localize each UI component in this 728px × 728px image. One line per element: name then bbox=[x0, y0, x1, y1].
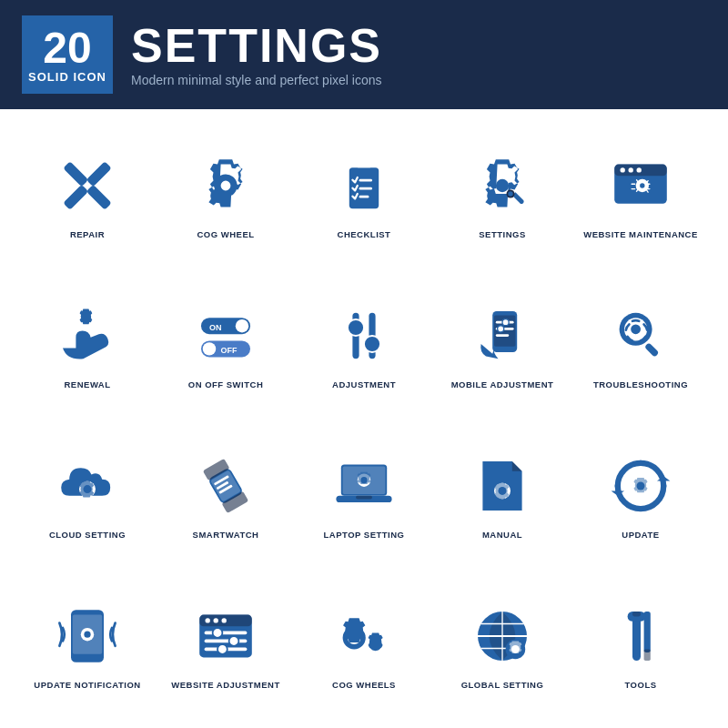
icon-cell-checklist: CHECKLIST bbox=[295, 118, 433, 268]
repair-icon bbox=[51, 149, 124, 222]
svg-point-39 bbox=[631, 324, 641, 334]
header-title: SETTINGS bbox=[131, 22, 382, 69]
cog-wheel-label: COG WHEEL bbox=[197, 229, 254, 239]
svg-rect-53 bbox=[356, 496, 372, 500]
update-notification-label: UPDATE NOTIFICATION bbox=[34, 680, 140, 690]
badge-number: 20 bbox=[43, 26, 91, 70]
mobile-adjustment-label: MOBILE ADJUSTMENT bbox=[451, 379, 554, 389]
adjustment-label: ADJUSTMENT bbox=[332, 379, 396, 389]
svg-rect-7 bbox=[359, 179, 372, 182]
svg-rect-9 bbox=[359, 196, 369, 198]
svg-rect-1 bbox=[86, 185, 112, 210]
svg-rect-8 bbox=[359, 187, 372, 190]
svg-point-75 bbox=[229, 636, 239, 646]
svg-rect-3 bbox=[63, 185, 88, 210]
svg-point-69 bbox=[214, 618, 218, 622]
icon-cell-website-adjustment: WEBSITE ADJUSTMENT bbox=[157, 569, 295, 719]
global-setting-icon bbox=[466, 600, 539, 672]
website-adjustment-label: WEBSITE ADJUSTMENT bbox=[171, 680, 279, 690]
icon-cell-cog-wheels: COG WHEELS bbox=[295, 569, 433, 719]
badge-subtitle: SOLID ICON bbox=[28, 70, 106, 84]
svg-point-70 bbox=[222, 618, 227, 622]
svg-point-15 bbox=[621, 167, 625, 172]
svg-point-16 bbox=[629, 167, 633, 172]
icon-cell-troubleshooting: TROUBLESHOOTING bbox=[571, 268, 710, 419]
laptop-setting-label: LAPTOP SETTING bbox=[324, 530, 405, 540]
svg-point-35 bbox=[502, 319, 509, 326]
icon-cell-smartwatch: SMARTWATCH bbox=[157, 419, 295, 569]
update-notification-icon bbox=[51, 600, 124, 672]
svg-point-36 bbox=[498, 326, 504, 332]
smartwatch-label: SMARTWATCH bbox=[193, 530, 259, 540]
icon-cell-update: UPDATE bbox=[571, 419, 710, 569]
svg-rect-72 bbox=[205, 640, 248, 643]
svg-point-12 bbox=[508, 191, 512, 196]
header-text: SETTINGS Modern minimal style and perfec… bbox=[131, 22, 382, 87]
manual-icon bbox=[466, 450, 539, 522]
checklist-label: CHECKLIST bbox=[338, 229, 391, 239]
cog-wheels-icon bbox=[328, 600, 400, 672]
svg-text:ON: ON bbox=[209, 323, 222, 332]
svg-rect-34 bbox=[496, 334, 509, 337]
svg-point-17 bbox=[637, 167, 642, 172]
icon-cell-manual: MANUAL bbox=[433, 419, 571, 569]
icon-cell-laptop-setting: LAPTOP SETTING bbox=[295, 419, 433, 569]
icon-cell-adjustment: ADJUSTMENT bbox=[295, 268, 433, 419]
svg-point-68 bbox=[206, 618, 210, 622]
svg-text:OFF: OFF bbox=[221, 346, 238, 355]
settings-icon bbox=[466, 149, 539, 222]
svg-rect-5 bbox=[356, 159, 372, 167]
icon-cell-repair: REPAIR bbox=[18, 118, 157, 268]
icon-cell-renewal: RENEWAL bbox=[18, 268, 157, 419]
svg-rect-87 bbox=[632, 612, 641, 616]
on-off-switch-icon: ON OFF bbox=[189, 299, 262, 372]
settings-label: SETTINGS bbox=[479, 229, 526, 239]
website-maintenance-icon bbox=[604, 149, 677, 222]
cog-wheel-icon bbox=[189, 149, 262, 222]
laptop-setting-icon bbox=[328, 450, 400, 522]
header: 20 SOLID ICON SETTINGS Modern minimal st… bbox=[0, 0, 728, 109]
checklist-icon bbox=[328, 149, 400, 222]
troubleshooting-label: TROUBLESHOOTING bbox=[593, 379, 688, 389]
icon-cell-tools: TOOLS bbox=[571, 569, 710, 719]
website-maintenance-label: WEBSITE MAINTENANCE bbox=[583, 229, 698, 239]
tools-icon bbox=[604, 600, 677, 672]
svg-point-74 bbox=[213, 628, 223, 638]
mobile-adjustment-icon bbox=[466, 299, 539, 372]
adjustment-icon bbox=[328, 299, 400, 372]
icon-cell-cog-wheel: COG WHEEL bbox=[157, 118, 295, 268]
svg-point-29 bbox=[364, 336, 380, 352]
renewal-label: RENEWAL bbox=[65, 379, 111, 389]
badge: 20 SOLID ICON bbox=[22, 15, 113, 94]
svg-point-10 bbox=[496, 179, 509, 192]
icon-cell-global-setting: GLOBAL SETTING bbox=[433, 569, 571, 719]
cloud-setting-icon bbox=[51, 450, 124, 522]
repair-label: REPAIR bbox=[70, 229, 105, 239]
icon-grid: REPAIR COG WHEEL bbox=[0, 109, 728, 728]
manual-label: MANUAL bbox=[482, 530, 522, 540]
svg-rect-40 bbox=[644, 342, 660, 358]
update-label: UPDATE bbox=[622, 530, 659, 540]
icon-cell-mobile-adjustment: MOBILE ADJUSTMENT bbox=[433, 268, 571, 419]
svg-point-65 bbox=[84, 632, 90, 638]
svg-rect-2 bbox=[86, 161, 112, 187]
cloud-setting-label: CLOUD SETTING bbox=[49, 530, 126, 540]
renewal-icon bbox=[51, 299, 124, 372]
svg-rect-0 bbox=[63, 161, 88, 187]
tools-label: TOOLS bbox=[624, 680, 656, 690]
icon-cell-website-maintenance: WEBSITE MAINTENANCE bbox=[571, 118, 710, 268]
cog-wheels-label: COG WHEELS bbox=[332, 680, 396, 690]
global-setting-label: GLOBAL SETTING bbox=[461, 680, 544, 690]
icon-cell-on-off-switch: ON OFF ON OFF SWITCH bbox=[157, 268, 295, 419]
svg-point-18 bbox=[640, 183, 644, 187]
icon-cell-settings: SETTINGS bbox=[433, 118, 571, 268]
svg-rect-71 bbox=[205, 632, 248, 635]
svg-point-76 bbox=[217, 644, 228, 654]
website-adjustment-icon bbox=[189, 600, 262, 672]
svg-point-28 bbox=[348, 319, 364, 336]
troubleshooting-icon bbox=[604, 299, 677, 372]
icon-cell-update-notification: UPDATE NOTIFICATION bbox=[18, 569, 157, 719]
on-off-switch-label: ON OFF SWITCH bbox=[188, 379, 264, 389]
svg-point-21 bbox=[236, 319, 248, 332]
update-icon bbox=[604, 450, 677, 522]
